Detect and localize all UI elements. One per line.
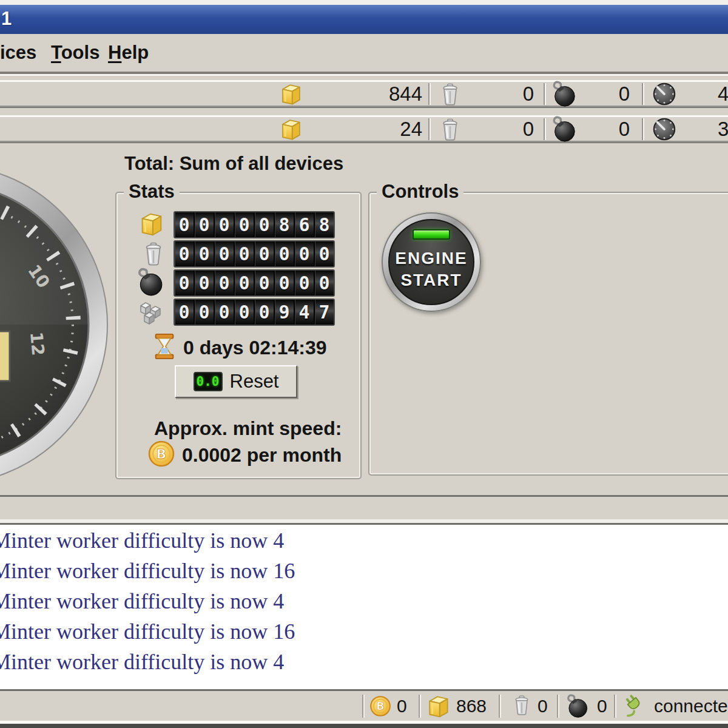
status-trash-count: 0 <box>538 691 548 721</box>
odometer-digit: 7 <box>315 300 335 325</box>
log-line: Minter worker difficulty is now 16 <box>0 616 728 646</box>
menu-accel: T <box>51 42 61 63</box>
engine-button-line1: ENGINE <box>383 249 480 268</box>
log-line: Minter worker difficulty is now 4 <box>0 525 728 555</box>
plug-icon <box>622 693 648 719</box>
column-divider <box>642 118 643 140</box>
coins-icon <box>137 210 165 238</box>
panel-bottom-border <box>0 495 728 497</box>
odometer-digit: 0 <box>295 271 315 295</box>
log-pane[interactable]: Minter worker difficulty is now 4 Minter… <box>0 523 728 689</box>
engine-button-line2: START <box>383 271 480 290</box>
titlebar: 1 <box>0 5 728 34</box>
trash-icon <box>141 241 166 267</box>
odometer-digit: 6 <box>295 212 315 237</box>
controls-title: Controls <box>377 181 463 203</box>
bomb-icon <box>135 267 165 297</box>
menu-accel: H <box>108 42 121 63</box>
odometer-digit: 4 <box>295 300 315 325</box>
column-divider <box>642 83 643 105</box>
trash-counter: 00000000 <box>174 240 335 268</box>
odometer-digit: 0 <box>275 241 295 266</box>
gauge-knob-icon <box>650 115 678 143</box>
column-divider <box>544 118 545 140</box>
odometer-digit: 8 <box>275 212 295 237</box>
status-divider <box>499 695 500 718</box>
device-coins-count: 844 <box>328 80 422 108</box>
bitcoin-icon <box>147 439 176 468</box>
window-bottom-edge <box>0 724 728 728</box>
engine-start-button[interactable]: ENGINE START <box>382 212 481 312</box>
odometer-digit: 8 <box>315 212 335 237</box>
window-top-edge <box>0 0 728 5</box>
column-divider <box>544 83 545 105</box>
reset-button-label: Reset <box>230 371 279 393</box>
odometer-digit: 0 <box>215 241 235 266</box>
column-divider <box>428 83 430 105</box>
engine-led-indicator <box>413 229 450 240</box>
log-line: Minter worker difficulty is now 16 <box>0 555 728 585</box>
status-coins-count: 868 <box>456 691 487 721</box>
device-trash-count: 0 <box>468 80 534 108</box>
mint-speed-label: Approx. mint speed: <box>154 417 342 440</box>
stones-counter: 00000947 <box>174 298 335 326</box>
device-row[interactable]: 844 0 0 4 <box>0 80 728 108</box>
odometer-digit: 0 <box>175 300 195 325</box>
uptime-value: 0 days 02:14:39 <box>183 337 327 359</box>
stats-title: Stats <box>124 181 180 203</box>
coins-counter: 00000868 <box>174 211 335 238</box>
odometer-digit: 0 <box>195 241 215 266</box>
device-row[interactable]: 24 0 0 3 <box>0 115 728 143</box>
status-divider <box>419 695 420 718</box>
speedometer-gauge: 10 12 <box>0 155 118 494</box>
odometer-digit: 0 <box>175 241 195 266</box>
log-line: Minter worker difficulty is now 4 <box>0 585 728 616</box>
trash-icon <box>511 695 533 716</box>
device-bombs-count: 0 <box>571 115 630 143</box>
odometer-digit: 0 <box>235 300 255 325</box>
coins-icon <box>425 693 451 720</box>
odometer-digit: 0 <box>215 212 235 237</box>
gauge-tick-label: 12 <box>26 331 48 357</box>
odometer-digit: 0 <box>255 241 275 266</box>
trash-icon <box>438 83 462 107</box>
odometer-digit: 0 <box>235 212 255 237</box>
window-title: 1 <box>1 8 12 30</box>
odometer-digit: 0 <box>295 241 315 266</box>
odometer-digit: 0 <box>255 300 275 325</box>
menu-label: ices <box>0 42 36 63</box>
stats-groupbox: Stats 00000868 00000000 00000000 0000094… <box>115 192 362 479</box>
hourglass-icon <box>150 332 178 360</box>
status-bombs-count: 0 <box>597 691 607 721</box>
odometer-digit: 0 <box>315 241 335 266</box>
device-trash-count: 0 <box>468 115 534 143</box>
odometer-digit: 0 <box>235 241 255 266</box>
odometer-digit: 0 <box>175 271 195 295</box>
menu-label: elp <box>121 42 149 63</box>
mint-speed-value: 0.0002 per month <box>182 444 342 467</box>
odometer-digit: 0 <box>195 300 215 325</box>
odometer-digit: 0 <box>255 271 275 295</box>
odometer-digit: 0 <box>235 271 255 295</box>
device-gauge-value: 3 <box>718 115 728 143</box>
reset-button[interactable]: 0.0 Reset <box>175 365 297 398</box>
menu-item-help[interactable]: Help <box>108 34 149 72</box>
status-divider <box>557 695 558 718</box>
odometer-digit: 0 <box>195 212 215 237</box>
status-minted-count: 0 <box>397 691 407 721</box>
odometer-digit: 0 <box>315 271 335 295</box>
odometer-digit: 0 <box>195 271 215 295</box>
trash-icon <box>438 118 462 142</box>
menu-item-devices[interactable]: ices <box>0 34 36 72</box>
gauge-tick-label: 10 <box>24 261 53 292</box>
odometer-digit: 0 <box>215 300 235 325</box>
odometer-digit: 0 <box>175 212 195 237</box>
log-line: Minter worker difficulty is now 4 <box>0 646 728 676</box>
bitcoin-icon <box>369 695 392 718</box>
gauge-knob-icon <box>650 80 678 108</box>
menu-item-tools[interactable]: Tools <box>51 34 99 72</box>
toolbar-separator-highlight <box>0 74 728 76</box>
gauge-lcd-window <box>0 331 10 381</box>
column-divider <box>428 118 430 140</box>
menu-label: ools <box>61 42 100 63</box>
